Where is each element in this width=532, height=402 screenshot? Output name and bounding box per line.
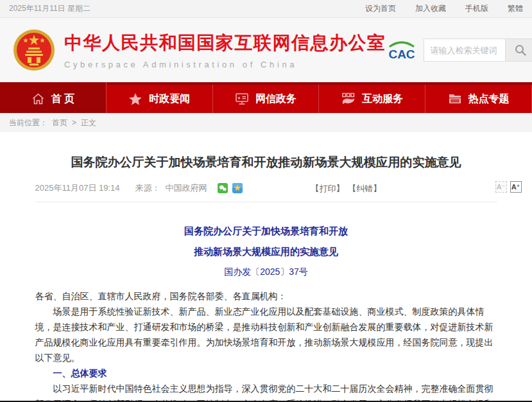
cac-logo: CAC	[386, 37, 417, 63]
site-header: 中华人民共和国国家互联网信息办公室 Cyberspace Administrat…	[0, 18, 532, 82]
site-title-en: Cyberspace Administration of China	[64, 60, 386, 69]
search-icon	[514, 44, 527, 57]
mobile-version-link[interactable]: 手机版	[465, 3, 488, 14]
section-heading: 一、总体要求	[35, 365, 497, 381]
home-icon	[31, 92, 45, 105]
breadcrumb-label: 当前位置：	[9, 118, 47, 128]
intro-paragraph: 场景是用于系统性验证新技术、新产品、新业态产业化应用以及配套基础设施、商业模式、…	[35, 304, 497, 365]
font-increase-button[interactable]: A⁺	[510, 181, 522, 193]
share-buttons	[218, 183, 243, 193]
document-heading: 国务院办公厅关于加快场景培育和开放 推动新场景大规模应用的实施意见 国办发〔20…	[35, 225, 497, 278]
nav-item-topics[interactable]: 热点专题	[425, 85, 532, 113]
star-icon	[128, 92, 142, 106]
search-area: CAC	[386, 37, 532, 63]
national-emblem-icon	[13, 29, 55, 71]
font-decrease-button[interactable]: A⁻	[495, 181, 507, 193]
article-meta: 2025年11月07日 19:14 来源： 中国政府网	[35, 182, 497, 202]
add-favorite-link[interactable]: 加入收藏	[415, 3, 446, 14]
section-paragraph: 以习近平新时代中国特色社会主义思想为指导，深入贯彻党的二十大和二十届历次全会精神…	[35, 381, 497, 402]
article-actions: 【打印】 【纠错】	[311, 183, 383, 195]
breadcrumb-separator: >	[72, 118, 76, 127]
source-label: 来源：	[135, 182, 160, 194]
nav-item-news[interactable]: 时政要闻	[107, 85, 213, 113]
nav-item-label: 网信政务	[255, 92, 296, 106]
top-utility-bar: 2025年11月11日 星期二 设为首页 加入收藏 手机版 繁體	[0, 0, 532, 18]
salutation-paragraph: 各省、自治区、直辖市人民政府，国务院各部委、各直属机构：	[35, 288, 497, 304]
search-box	[424, 39, 532, 62]
traditional-chinese-link[interactable]: 繁體	[508, 3, 523, 14]
svg-text:CAC: CAC	[388, 48, 415, 61]
site-title-block: 中华人民共和国国家互联网信息办公室 Cyberspace Administrat…	[64, 31, 386, 69]
page-title: 国务院办公厅关于加快场景培育和开放推动新场景大规模应用的实施意见	[35, 154, 497, 171]
search-input[interactable]	[424, 39, 506, 62]
main-nav: 首 页 时政要闻 网信政务	[0, 82, 532, 113]
source-value: 中国政府网	[166, 182, 207, 194]
print-button[interactable]: 【打印】	[311, 184, 345, 193]
font-size-controls: A⁻ A⁺	[495, 181, 522, 193]
publish-date: 2025年11月07日 19:14	[35, 182, 120, 194]
document-number: 国办发〔2025〕37号	[35, 267, 497, 278]
wechat-share-icon[interactable]	[218, 183, 228, 193]
breadcrumb-home-link[interactable]: 首页	[52, 118, 67, 128]
nav-item-label: 首 页	[51, 92, 74, 106]
site-title-cn: 中华人民共和国国家互联网信息办公室	[64, 31, 386, 55]
site-brand[interactable]: 中华人民共和国国家互联网信息办公室 Cyberspace Administrat…	[13, 29, 386, 71]
article-body: 各省、自治区、直辖市人民政府，国务院各部委、各直属机构： 场景是用于系统性验证新…	[35, 288, 497, 402]
document-title-line1: 国务院办公厅关于加快场景培育和开放	[35, 225, 497, 238]
page: 2025年11月11日 星期二 设为首页 加入收藏 手机版 繁體	[0, 0, 532, 402]
nav-item-label: 互动服务	[362, 92, 403, 106]
chat-icon	[341, 92, 356, 106]
nav-item-egov[interactable]: 网信政务	[213, 85, 320, 113]
current-date: 2025年11月11日 星期二	[9, 3, 90, 14]
document-title-line2: 推动新场景大规模应用的实施意见	[35, 246, 497, 258]
set-homepage-link[interactable]: 设为首页	[365, 3, 396, 14]
topbar-links: 设为首页 加入收藏 手机版 繁體	[346, 3, 523, 14]
nav-item-label: 时政要闻	[149, 92, 190, 106]
search-button[interactable]	[506, 39, 532, 62]
breadcrumb: 当前位置： 首页 > 正文	[0, 113, 532, 132]
breadcrumb-current: 正文	[81, 118, 96, 128]
nav-item-interaction[interactable]: 互动服务	[319, 85, 425, 113]
article-container: 国务院办公厅关于加快场景培育和开放推动新场景大规模应用的实施意见 2025年11…	[35, 154, 497, 402]
nav-item-label: 热点专题	[468, 92, 510, 106]
qzone-share-icon[interactable]	[232, 183, 243, 193]
nav-item-home[interactable]: 首 页	[0, 82, 107, 113]
error-report-button[interactable]: 【纠错】	[348, 184, 381, 193]
folder-icon	[448, 92, 462, 105]
monitor-icon	[235, 92, 249, 105]
